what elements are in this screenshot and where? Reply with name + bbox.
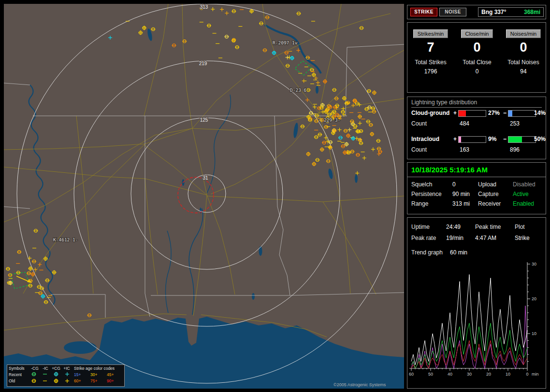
datetime-display: 10/18/2025 5:19:16 AM <box>411 166 488 174</box>
total-close-value: 0 <box>454 68 500 75</box>
minus-sign: − <box>503 110 507 116</box>
legend-age-45: 45+ <box>107 372 114 377</box>
plot-value: Strike <box>515 235 530 241</box>
total-strikes-label: Total Strikes <box>407 59 454 66</box>
bearing-label: Bng 337° <box>481 9 506 15</box>
svg-text:60: 60 <box>409 372 414 377</box>
legend-recent-symbols <box>29 371 73 378</box>
plot-label: Plot <box>515 224 525 230</box>
svg-text:219: 219 <box>199 61 207 66</box>
session-panel: Uptime 24:49 Peak time Plot Peak rate 19… <box>407 217 546 389</box>
receiver-label: Receiver <box>478 200 501 207</box>
plus-sign: + <box>453 110 457 116</box>
ic-plus-pct: 9% <box>488 136 496 142</box>
total-close-label: Total Close <box>454 59 500 66</box>
ic-minus-pct: 50% <box>534 136 546 142</box>
distribution-panel: Lightning type distribution Cloud-ground… <box>407 97 546 159</box>
bearing-range-value: 368mi <box>524 9 540 15</box>
uptime-value: 24:49 <box>446 224 461 230</box>
divider <box>407 177 546 177</box>
ic-plus-bar <box>458 136 486 143</box>
map-legend: Symbols -CG -IC +CG +IC Strike age color… <box>7 364 125 387</box>
legend-age-30: 30+ <box>90 372 97 377</box>
receiver-status: Enabled <box>513 200 534 207</box>
svg-text:10: 10 <box>532 331 536 336</box>
svg-text:30: 30 <box>532 262 536 266</box>
squelch-value: 0 <box>452 181 456 188</box>
copyright-text: ©2005 Astrogenic Systems <box>333 382 386 387</box>
legend-age-60: 60+ <box>74 378 81 383</box>
trend-graph-range: 60 min <box>450 249 467 256</box>
svg-text:30: 30 <box>467 372 472 377</box>
cloud-ground-label: Cloud-ground <box>411 110 449 116</box>
persistence-label: Persistence <box>411 191 442 197</box>
total-noises-label: Total Noises <box>500 59 547 66</box>
cg-count-label: Count <box>411 120 427 127</box>
bearing-display: Bng 337° 368mi <box>478 7 544 17</box>
top-toolbar: STRIKE NOISE Bng 337° 368mi <box>407 5 546 19</box>
noise-toggle-button[interactable]: NOISE <box>439 8 466 16</box>
cg-minus-bar <box>508 110 536 117</box>
svg-text:D-23 6: D-23 6 <box>290 87 307 93</box>
range-value: 313 mi <box>452 200 470 207</box>
ic-minus-bar <box>508 136 536 143</box>
cg-minus-pct: 14% <box>534 110 546 116</box>
svg-text:0: 0 <box>526 372 528 377</box>
strikes-per-min-value: 7 <box>407 40 454 55</box>
cg-plus-count: 484 <box>460 120 469 127</box>
upload-label: Upload <box>478 181 496 188</box>
legend-symbols-label: Symbols <box>9 366 25 371</box>
svg-text:K-4612 1-: K-4612 1- <box>53 237 78 242</box>
legend-age-90: 90+ <box>107 378 114 383</box>
cg-plus-pct: 27% <box>488 110 500 116</box>
plus-sign: + <box>453 136 457 142</box>
close-per-min-value: 0 <box>454 40 500 55</box>
distribution-title: Lightning type distribution <box>411 99 542 108</box>
total-strikes-value: 1796 <box>407 68 454 75</box>
noises-per-min-button[interactable]: Noises/min <box>506 29 541 38</box>
strike-toggle-button[interactable]: STRIKE <box>410 8 437 16</box>
svg-text:313: 313 <box>200 4 208 10</box>
capture-status: Active <box>513 191 529 197</box>
ic-plus-count: 163 <box>460 146 469 153</box>
svg-text:R-2097 1v: R-2097 1v <box>273 40 298 45</box>
range-label: Range <box>411 200 428 207</box>
cg-minus-count: 253 <box>510 120 520 127</box>
upload-status: Disabled <box>513 181 536 188</box>
legend-old-symbols <box>29 378 73 384</box>
peak-time-label: Peak time <box>475 224 501 230</box>
intracloud-label: Intracloud <box>411 136 439 142</box>
squelch-label: Squelch <box>411 181 432 188</box>
legend-recent-label: Recent <box>9 372 22 377</box>
capture-label: Capture <box>478 191 499 197</box>
rates-panel: Strikes/min 7 Total Strikes 1796 Close/m… <box>407 22 546 93</box>
persistence-value: 90 min <box>452 191 470 197</box>
svg-text:40: 40 <box>448 372 452 377</box>
legend-col-pos-ic: +IC <box>61 366 72 371</box>
peak-time-value: 4:47 AM <box>475 235 496 241</box>
legend-age-75: 75+ <box>90 378 97 383</box>
map-panel: 31321912531R-2097 1vD-23 6229 3-K-4612 1… <box>4 4 404 389</box>
svg-text:125: 125 <box>200 117 208 123</box>
svg-text:min: min <box>532 372 539 377</box>
trend-graph-label: Trend graph <box>411 249 443 256</box>
svg-text:20: 20 <box>486 372 491 377</box>
close-per-min-button[interactable]: Close/min <box>461 29 493 38</box>
legend-age-title: Strike age color codes <box>74 366 115 371</box>
legend-col-neg-ic: -IC <box>40 366 51 371</box>
status-panel: 10/18/2025 5:19:16 AM Squelch 0 Upload D… <box>407 162 546 214</box>
total-noises-value: 94 <box>500 68 547 75</box>
map-canvas[interactable]: 31321912531R-2097 1vD-23 6229 3-K-4612 1… <box>4 4 404 389</box>
ic-count-label: Count <box>411 146 427 153</box>
legend-age-15: 15+ <box>74 372 81 377</box>
strikes-per-min-button[interactable]: Strikes/min <box>413 29 448 38</box>
cg-plus-bar <box>458 110 486 117</box>
trend-graph: 1020306050403020100min <box>407 259 547 388</box>
legend-old-label: Old <box>9 378 15 383</box>
svg-text:50: 50 <box>428 372 433 377</box>
uptime-label: Uptime <box>411 224 430 230</box>
svg-text:229 3-: 229 3- <box>324 117 340 123</box>
svg-text:31: 31 <box>203 175 208 181</box>
peak-rate-value: 19/min <box>446 235 463 241</box>
minus-sign: − <box>503 136 507 142</box>
